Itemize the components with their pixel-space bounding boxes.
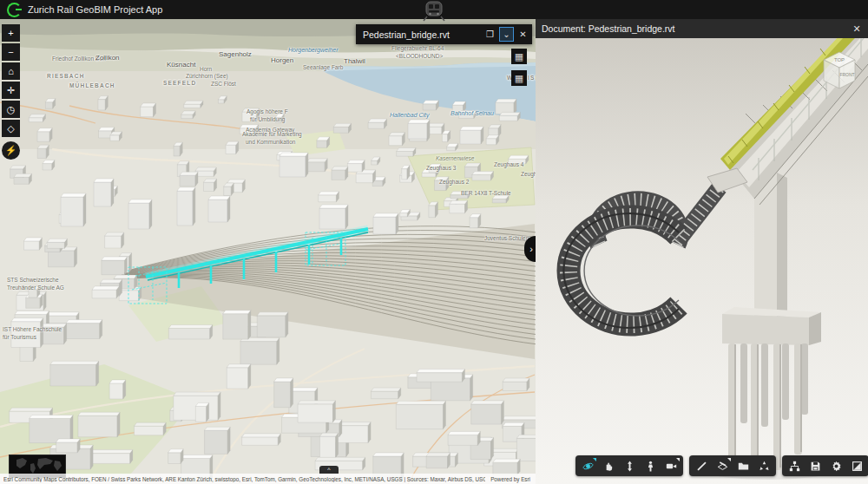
- fullscreen-button[interactable]: [847, 457, 866, 474]
- toolbar-group: [689, 455, 776, 476]
- pan-hand-button[interactable]: [599, 457, 618, 474]
- basemap-grid-button[interactable]: ▦: [511, 49, 527, 64]
- history-button[interactable]: ◷: [2, 101, 20, 118]
- settings-button[interactable]: [826, 457, 845, 474]
- bim-header: Document: Pedestrian_bridge.rvt ✕: [536, 19, 868, 38]
- person-icon: [645, 461, 656, 472]
- home-button[interactable]: ⌂: [2, 62, 20, 80]
- attribution-bar: Esri Community Maps Contributors, FOEN /…: [0, 474, 536, 484]
- map-canvas[interactable]: [0, 19, 536, 484]
- zoom-in-button[interactable]: +: [2, 24, 20, 42]
- toolbar-group: [782, 455, 868, 476]
- bim-viewer-panel: Document: Pedestrian_bridge.rvt ✕: [536, 19, 868, 484]
- pan-button[interactable]: ✛: [2, 82, 20, 99]
- popout-button[interactable]: ❐: [483, 27, 497, 42]
- zoom-vertical-button[interactable]: [620, 457, 639, 474]
- folder-icon: [738, 461, 749, 472]
- save-view-button[interactable]: [806, 457, 825, 474]
- hand-icon: [603, 461, 615, 472]
- orbit-button[interactable]: [578, 457, 597, 474]
- measure-line-icon: [696, 461, 707, 472]
- section-button[interactable]: [713, 457, 732, 474]
- attribution-text: Esri Community Maps Contributors, FOEN /…: [3, 476, 485, 482]
- bim-document-title: Document: Pedestrian_bridge.rvt: [542, 23, 848, 34]
- orientation-button[interactable]: ◇: [2, 120, 20, 137]
- map-scene-view[interactable]: Friedhof Zollikon DorfZollikonRIESBACHMÜ…: [0, 19, 536, 484]
- explode-button[interactable]: [754, 457, 773, 474]
- measure-button[interactable]: [692, 457, 711, 474]
- walk-button[interactable]: [641, 457, 660, 474]
- arrows-updown-icon: [624, 461, 635, 472]
- open-file-button[interactable]: [733, 457, 753, 474]
- svg-text:FRONT: FRONT: [839, 72, 854, 77]
- app-logo-icon: [7, 3, 22, 17]
- fullscreen-icon: [852, 461, 863, 472]
- quick-actions-button[interactable]: ⚡: [2, 141, 20, 160]
- powered-by-esri: Powered by Esri: [490, 476, 530, 482]
- hierarchy-icon: [789, 461, 800, 472]
- view-cube[interactable]: TOP FRONT: [819, 47, 859, 94]
- gear-icon: [831, 461, 842, 472]
- collapse-button[interactable]: ⌄: [499, 27, 514, 42]
- orbit-icon: [582, 461, 594, 472]
- map-navigation-controls: +−⌂✛◷◇⚡: [2, 24, 20, 160]
- app-title: Zurich Rail GeoBIM Project App: [28, 4, 162, 15]
- train-icon: [416, 0, 452, 23]
- disk-icon: [810, 461, 821, 472]
- model-tree-button[interactable]: [785, 457, 804, 474]
- layers-grid-button[interactable]: ▦: [511, 70, 527, 86]
- slice-plane-icon: [717, 461, 728, 472]
- zurich-rail-geobim-app: { "app": { "title": "Zurich Rail GeoBIM …: [0, 0, 868, 484]
- attribution-expand-button[interactable]: ^: [319, 466, 339, 474]
- toolbar-group: [575, 455, 683, 476]
- bim-close-button[interactable]: ✕: [848, 20, 865, 37]
- document-dialog-title: Pedestrian_bridge.rvt: [363, 29, 483, 40]
- close-button[interactable]: ✕: [516, 27, 530, 42]
- video-camera-icon: [666, 461, 677, 472]
- document-dialog[interactable]: Pedestrian_bridge.rvt ❐⌄✕: [356, 24, 532, 44]
- camera-button[interactable]: [661, 457, 681, 474]
- bim-toolbar: [575, 455, 868, 476]
- svg-text:TOP: TOP: [834, 57, 845, 62]
- bim-model-canvas[interactable]: [536, 38, 868, 484]
- explode-icon: [759, 461, 770, 472]
- zoom-out-button[interactable]: −: [2, 43, 20, 61]
